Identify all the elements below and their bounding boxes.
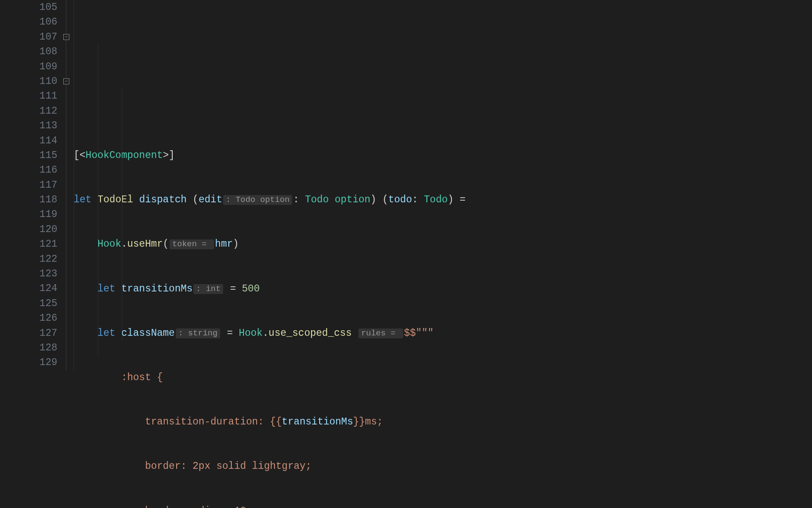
variable: transitionMs <box>121 283 193 294</box>
line-number: 121 <box>15 237 57 251</box>
inlay-hint: : Todo option <box>223 195 292 205</box>
line-number: 116 <box>15 163 57 177</box>
type-annotation: Todo <box>424 194 448 205</box>
line-number: 125 <box>15 296 57 311</box>
code-area[interactable]: [<HookComponent>] let TodoEl dispatch (e… <box>72 0 812 508</box>
string-content: border: 2px solid lightgray; <box>74 461 311 472</box>
line-number: 111 <box>15 89 57 103</box>
equals: = <box>460 194 466 205</box>
line-number: 124 <box>15 281 57 296</box>
interpolation: transitionMs <box>282 416 353 427</box>
module-name: Hook <box>239 328 262 339</box>
code-line[interactable]: transition-duration: {{transitionMs}}ms; <box>74 415 812 429</box>
inlay-hint: : string <box>176 328 220 338</box>
line-number: 112 <box>15 104 57 118</box>
string-open: $$""" <box>404 328 434 339</box>
variable: className <box>121 328 174 339</box>
string-content: :host { <box>74 372 163 383</box>
code-line[interactable]: Hook.useHmr(token = hmr) <box>74 237 812 251</box>
line-number: 127 <box>15 326 57 341</box>
module-name: Hook <box>97 239 121 250</box>
inlay-hint: : int <box>193 284 223 294</box>
method-name: useHmr <box>127 239 163 250</box>
code-line[interactable]: let TodoEl dispatch (edit: Todo option: … <box>74 192 812 207</box>
line-number: 106 <box>15 15 57 29</box>
code-line[interactable]: :host { <box>74 370 812 385</box>
bracket: [< <box>74 150 86 161</box>
type-name: HookComponent <box>86 150 163 161</box>
fold-guide-line <box>66 0 66 370</box>
code-line[interactable]: let transitionMs: int = 500 <box>74 282 812 296</box>
line-number: 122 <box>15 252 57 266</box>
code-line[interactable] <box>74 104 812 118</box>
line-number: 107 <box>15 30 57 44</box>
line-number: 118 <box>15 192 57 207</box>
fold-column: − − <box>63 0 72 508</box>
line-number: 117 <box>15 178 57 192</box>
indent-guide <box>98 44 98 355</box>
fold-toggle-icon[interactable]: − <box>63 34 69 40</box>
line-number: 113 <box>15 118 57 133</box>
line-number: 123 <box>15 266 57 281</box>
line-number: 115 <box>15 148 57 163</box>
type-annotation: Todo option <box>305 194 370 205</box>
line-number: 109 <box>15 59 57 74</box>
line-number: 126 <box>15 311 57 325</box>
indent-guide <box>122 89 122 340</box>
line-number: 129 <box>15 355 57 370</box>
keyword: let <box>74 194 91 205</box>
indent-guide <box>74 0 74 370</box>
code-line[interactable]: [<HookComponent>] <box>74 148 812 163</box>
keyword: let <box>97 328 115 339</box>
number-literal: 500 <box>242 283 260 294</box>
param: edit <box>199 194 222 205</box>
line-number: 108 <box>15 44 57 59</box>
string-content: border-radius: 10px; <box>74 505 264 508</box>
line-number: 128 <box>15 341 57 355</box>
param: todo <box>388 194 412 205</box>
code-editor[interactable]: 105 106 107 108 109 110 111 112 113 114 … <box>0 0 812 508</box>
line-number-gutter: 105 106 107 108 109 110 111 112 113 114 … <box>15 0 63 508</box>
fold-toggle-icon[interactable]: − <box>63 78 69 84</box>
string-content: transition-duration: {{ <box>74 416 282 427</box>
string-content: }}ms; <box>353 416 383 427</box>
line-number: 114 <box>15 133 57 148</box>
argument: hmr <box>215 239 233 250</box>
code-line[interactable]: border-radius: 10px; <box>74 504 812 508</box>
line-number: 119 <box>15 207 57 222</box>
left-margin <box>0 0 15 508</box>
line-number: 105 <box>15 0 57 15</box>
inlay-hint: token = <box>170 239 214 249</box>
inlay-hint: rules = <box>358 328 403 338</box>
line-number: 110 <box>15 74 57 89</box>
param: dispatch <box>139 194 187 205</box>
bracket: >] <box>163 150 175 161</box>
code-line[interactable]: let className: string = Hook.use_scoped_… <box>74 326 812 341</box>
line-number: 120 <box>15 222 57 237</box>
method-name: use_scoped_css <box>268 328 352 339</box>
function-name: TodoEl <box>97 194 133 205</box>
code-line[interactable]: border: 2px solid lightgray; <box>74 459 812 474</box>
keyword: let <box>97 283 115 294</box>
